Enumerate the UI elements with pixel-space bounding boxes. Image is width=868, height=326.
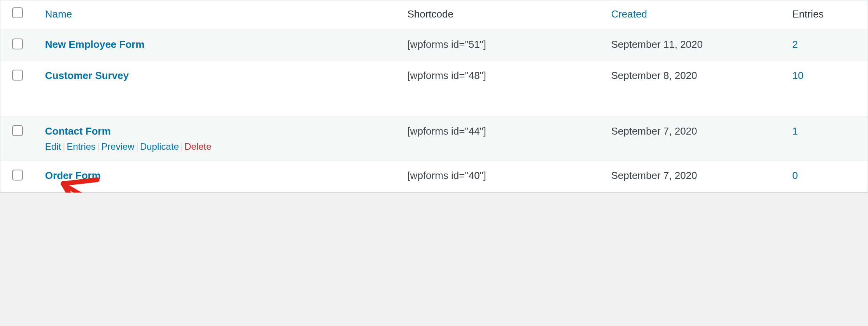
form-title-link[interactable]: Contact Form (45, 125, 111, 137)
entries-count-link[interactable]: 0 (792, 170, 798, 181)
column-header-name[interactable]: Name (45, 8, 72, 20)
action-duplicate[interactable]: Duplicate (140, 141, 179, 152)
table-row: Customer Survey [wpforms id="48"] Septem… (0, 61, 868, 117)
row-checkbox[interactable] (12, 39, 23, 49)
select-all-checkbox[interactable] (12, 7, 23, 18)
column-header-entries: Entries (792, 8, 824, 20)
created-text: September 8, 2020 (611, 70, 697, 81)
shortcode-text: [wpforms id="44"] (407, 125, 486, 137)
shortcode-text: [wpforms id="40"] (407, 170, 486, 181)
action-delete[interactable]: Delete (184, 141, 211, 152)
form-title-link[interactable]: New Employee Form (45, 39, 145, 50)
row-actions: Edit|Entries|Preview|Duplicate|Delete (45, 141, 400, 152)
row-checkbox[interactable] (12, 170, 23, 181)
column-header-shortcode: Shortcode (407, 8, 453, 20)
action-edit[interactable]: Edit (45, 141, 61, 152)
table-row: Contact Form Edit|Entries|Preview|Duplic… (0, 117, 868, 161)
entries-count-link[interactable]: 2 (792, 39, 798, 50)
created-text: September 11, 2020 (611, 39, 703, 50)
table-row: New Employee Form [wpforms id="51"] Sept… (0, 30, 868, 61)
row-checkbox[interactable] (12, 125, 23, 136)
table-row: Order Form [wpforms id="40"] September 7… (0, 161, 868, 192)
shortcode-text: [wpforms id="48"] (407, 70, 486, 81)
shortcode-text: [wpforms id="51"] (407, 39, 486, 50)
column-header-created[interactable]: Created (611, 8, 647, 20)
form-title-link[interactable]: Order Form (45, 170, 101, 181)
created-text: September 7, 2020 (611, 125, 697, 137)
form-title-link[interactable]: Customer Survey (45, 70, 129, 81)
entries-count-link[interactable]: 1 (792, 125, 798, 137)
entries-count-link[interactable]: 10 (792, 70, 803, 81)
header-checkbox-col (0, 0, 41, 30)
action-preview[interactable]: Preview (101, 141, 134, 152)
created-text: September 7, 2020 (611, 170, 697, 181)
row-checkbox[interactable] (12, 70, 23, 81)
action-entries[interactable]: Entries (66, 141, 96, 152)
forms-table-wrap: Name Shortcode Created Entries (0, 0, 868, 193)
forms-table: Name Shortcode Created Entries (0, 0, 868, 192)
